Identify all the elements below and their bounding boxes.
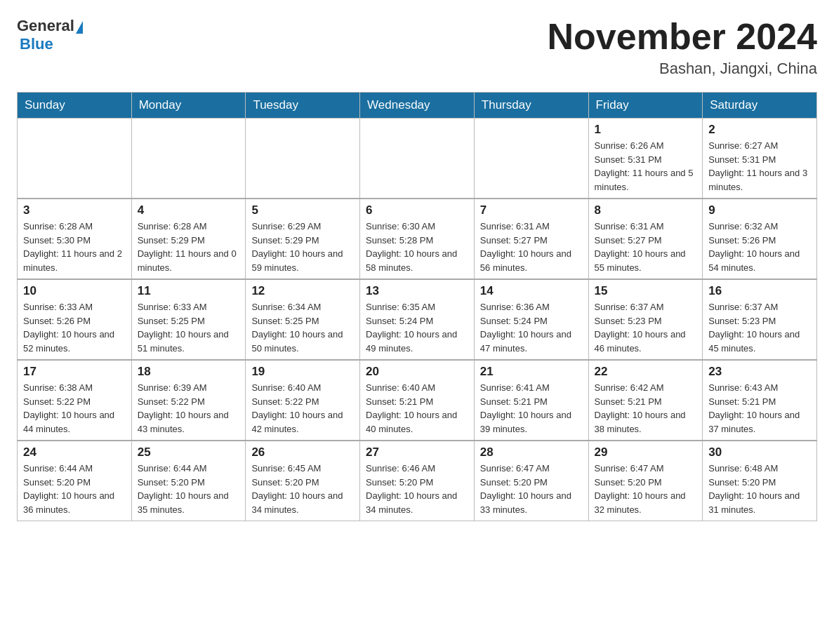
day-number: 6 <box>366 203 468 217</box>
title-area: November 2024 Bashan, Jiangxi, China <box>548 17 817 78</box>
day-info: Sunrise: 6:30 AMSunset: 5:28 PMDaylight:… <box>366 220 468 274</box>
day-info: Sunrise: 6:37 AMSunset: 5:23 PMDaylight:… <box>595 300 697 355</box>
day-info: Sunrise: 6:41 AMSunset: 5:21 PMDaylight:… <box>480 381 583 436</box>
calendar-cell <box>18 119 132 199</box>
day-info: Sunrise: 6:26 AMSunset: 5:31 PMDaylight:… <box>595 139 697 194</box>
weekday-header-saturday: Saturday <box>703 93 817 119</box>
calendar-cell: 9Sunrise: 6:32 AMSunset: 5:26 PMDaylight… <box>703 199 817 279</box>
location-text: Bashan, Jiangxi, China <box>548 60 817 78</box>
logo: General Blue <box>17 17 84 53</box>
calendar-cell: 19Sunrise: 6:40 AMSunset: 5:22 PMDayligh… <box>246 360 360 441</box>
weekday-header-friday: Friday <box>588 93 703 119</box>
calendar-cell: 14Sunrise: 6:36 AMSunset: 5:24 PMDayligh… <box>474 279 588 360</box>
calendar-cell: 29Sunrise: 6:47 AMSunset: 5:20 PMDayligh… <box>588 441 703 521</box>
weekday-header-wednesday: Wednesday <box>360 93 475 119</box>
day-info: Sunrise: 6:28 AMSunset: 5:29 PMDaylight:… <box>138 220 240 274</box>
calendar-cell: 21Sunrise: 6:41 AMSunset: 5:21 PMDayligh… <box>474 360 588 441</box>
calendar-cell: 16Sunrise: 6:37 AMSunset: 5:23 PMDayligh… <box>703 279 817 360</box>
day-info: Sunrise: 6:43 AMSunset: 5:21 PMDaylight:… <box>708 381 811 436</box>
day-info: Sunrise: 6:47 AMSunset: 5:20 PMDaylight:… <box>480 462 583 516</box>
day-info: Sunrise: 6:33 AMSunset: 5:26 PMDaylight:… <box>23 300 126 355</box>
calendar-cell: 10Sunrise: 6:33 AMSunset: 5:26 PMDayligh… <box>18 279 132 360</box>
calendar-cell <box>360 119 475 199</box>
calendar-cell: 23Sunrise: 6:43 AMSunset: 5:21 PMDayligh… <box>703 360 817 441</box>
day-info: Sunrise: 6:37 AMSunset: 5:23 PMDaylight:… <box>708 300 811 355</box>
logo-general-text: General <box>17 17 74 35</box>
calendar-cell: 30Sunrise: 6:48 AMSunset: 5:20 PMDayligh… <box>703 441 817 521</box>
day-number: 26 <box>251 445 354 459</box>
day-number: 3 <box>23 203 126 217</box>
day-info: Sunrise: 6:40 AMSunset: 5:22 PMDaylight:… <box>251 381 354 436</box>
day-number: 24 <box>23 445 126 459</box>
day-info: Sunrise: 6:44 AMSunset: 5:20 PMDaylight:… <box>23 462 126 516</box>
day-info: Sunrise: 6:45 AMSunset: 5:20 PMDaylight:… <box>251 462 354 516</box>
day-number: 22 <box>595 365 697 379</box>
calendar-cell: 2Sunrise: 6:27 AMSunset: 5:31 PMDaylight… <box>703 119 817 199</box>
day-number: 5 <box>251 203 354 217</box>
day-number: 19 <box>251 365 354 379</box>
calendar-table: SundayMondayTuesdayWednesdayThursdayFrid… <box>17 92 817 521</box>
calendar-cell: 12Sunrise: 6:34 AMSunset: 5:25 PMDayligh… <box>246 279 360 360</box>
day-info: Sunrise: 6:42 AMSunset: 5:21 PMDaylight:… <box>595 381 697 436</box>
calendar-week-row: 3Sunrise: 6:28 AMSunset: 5:30 PMDaylight… <box>18 199 817 279</box>
day-info: Sunrise: 6:27 AMSunset: 5:31 PMDaylight:… <box>708 139 811 194</box>
calendar-cell: 1Sunrise: 6:26 AMSunset: 5:31 PMDaylight… <box>588 119 703 199</box>
day-number: 9 <box>708 203 811 217</box>
day-number: 17 <box>23 365 126 379</box>
calendar-cell: 5Sunrise: 6:29 AMSunset: 5:29 PMDaylight… <box>246 199 360 279</box>
calendar-cell: 28Sunrise: 6:47 AMSunset: 5:20 PMDayligh… <box>474 441 588 521</box>
logo-blue-text: Blue <box>20 35 53 53</box>
day-info: Sunrise: 6:29 AMSunset: 5:29 PMDaylight:… <box>251 220 354 274</box>
day-info: Sunrise: 6:35 AMSunset: 5:24 PMDaylight:… <box>366 300 468 355</box>
calendar-cell: 18Sunrise: 6:39 AMSunset: 5:22 PMDayligh… <box>131 360 246 441</box>
day-number: 28 <box>480 445 583 459</box>
day-info: Sunrise: 6:28 AMSunset: 5:30 PMDaylight:… <box>23 220 126 274</box>
calendar-cell: 26Sunrise: 6:45 AMSunset: 5:20 PMDayligh… <box>246 441 360 521</box>
day-info: Sunrise: 6:44 AMSunset: 5:20 PMDaylight:… <box>138 462 240 516</box>
day-number: 13 <box>366 284 468 298</box>
day-number: 29 <box>595 445 697 459</box>
calendar-cell: 6Sunrise: 6:30 AMSunset: 5:28 PMDaylight… <box>360 199 475 279</box>
calendar-cell <box>131 119 246 199</box>
day-number: 10 <box>23 284 126 298</box>
calendar-cell: 27Sunrise: 6:46 AMSunset: 5:20 PMDayligh… <box>360 441 475 521</box>
calendar-cell: 20Sunrise: 6:40 AMSunset: 5:21 PMDayligh… <box>360 360 475 441</box>
day-number: 8 <box>595 203 697 217</box>
day-number: 15 <box>595 284 697 298</box>
calendar-cell: 3Sunrise: 6:28 AMSunset: 5:30 PMDaylight… <box>18 199 132 279</box>
calendar-cell: 11Sunrise: 6:33 AMSunset: 5:25 PMDayligh… <box>131 279 246 360</box>
day-info: Sunrise: 6:38 AMSunset: 5:22 PMDaylight:… <box>23 381 126 436</box>
calendar-week-row: 17Sunrise: 6:38 AMSunset: 5:22 PMDayligh… <box>18 360 817 441</box>
day-info: Sunrise: 6:47 AMSunset: 5:20 PMDaylight:… <box>595 462 697 516</box>
day-info: Sunrise: 6:46 AMSunset: 5:20 PMDaylight:… <box>366 462 468 516</box>
day-number: 27 <box>366 445 468 459</box>
calendar-cell: 24Sunrise: 6:44 AMSunset: 5:20 PMDayligh… <box>18 441 132 521</box>
calendar-cell: 4Sunrise: 6:28 AMSunset: 5:29 PMDaylight… <box>131 199 246 279</box>
day-number: 16 <box>708 284 811 298</box>
day-info: Sunrise: 6:34 AMSunset: 5:25 PMDaylight:… <box>251 300 354 355</box>
calendar-cell <box>246 119 360 199</box>
day-number: 12 <box>251 284 354 298</box>
day-number: 30 <box>708 445 811 459</box>
logo-triangle-icon <box>76 21 83 34</box>
day-number: 7 <box>480 203 583 217</box>
day-info: Sunrise: 6:31 AMSunset: 5:27 PMDaylight:… <box>480 220 583 274</box>
day-number: 21 <box>480 365 583 379</box>
calendar-cell: 8Sunrise: 6:31 AMSunset: 5:27 PMDaylight… <box>588 199 703 279</box>
calendar-cell: 17Sunrise: 6:38 AMSunset: 5:22 PMDayligh… <box>18 360 132 441</box>
day-info: Sunrise: 6:39 AMSunset: 5:22 PMDaylight:… <box>138 381 240 436</box>
calendar-week-row: 10Sunrise: 6:33 AMSunset: 5:26 PMDayligh… <box>18 279 817 360</box>
calendar-cell: 22Sunrise: 6:42 AMSunset: 5:21 PMDayligh… <box>588 360 703 441</box>
day-info: Sunrise: 6:33 AMSunset: 5:25 PMDaylight:… <box>138 300 240 355</box>
day-info: Sunrise: 6:31 AMSunset: 5:27 PMDaylight:… <box>595 220 697 274</box>
page-header: General Blue November 2024 Bashan, Jiang… <box>17 17 817 78</box>
weekday-header-row: SundayMondayTuesdayWednesdayThursdayFrid… <box>18 93 817 119</box>
calendar-cell: 7Sunrise: 6:31 AMSunset: 5:27 PMDaylight… <box>474 199 588 279</box>
day-info: Sunrise: 6:32 AMSunset: 5:26 PMDaylight:… <box>708 220 811 274</box>
day-number: 20 <box>366 365 468 379</box>
day-info: Sunrise: 6:48 AMSunset: 5:20 PMDaylight:… <box>708 462 811 516</box>
calendar-cell: 25Sunrise: 6:44 AMSunset: 5:20 PMDayligh… <box>131 441 246 521</box>
day-number: 11 <box>138 284 240 298</box>
calendar-cell: 15Sunrise: 6:37 AMSunset: 5:23 PMDayligh… <box>588 279 703 360</box>
weekday-header-monday: Monday <box>131 93 246 119</box>
